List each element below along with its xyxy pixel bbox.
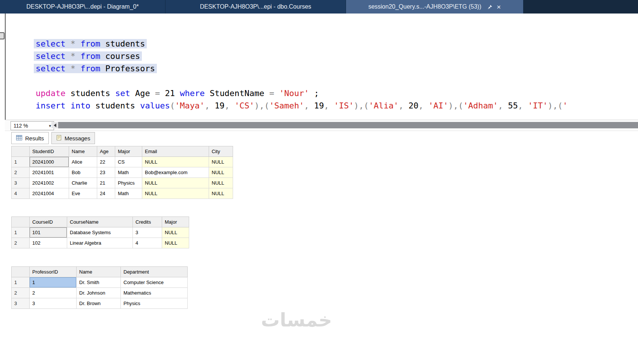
grid-cell[interactable]: NULL bbox=[162, 238, 189, 248]
column-header-courseid[interactable]: CourseID bbox=[30, 217, 67, 227]
grid-cell[interactable]: Charlie bbox=[69, 178, 97, 188]
chevron-down-icon: ▾ bbox=[49, 123, 51, 128]
grid-cell[interactable]: 20241000 bbox=[30, 157, 69, 167]
zoom-level-select[interactable]: 112 % ▾ bbox=[11, 121, 54, 130]
results-grid-container-professors: ProfessorIDNameDepartment11Dr. SmithComp… bbox=[11, 266, 188, 309]
column-header-city[interactable]: City bbox=[209, 146, 233, 157]
grid-corner[interactable] bbox=[12, 217, 30, 227]
scroll-left-arrow[interactable] bbox=[51, 122, 58, 128]
grid-row: 33Dr. BrownPhysics bbox=[12, 298, 188, 309]
grid-cell[interactable]: CS bbox=[115, 157, 142, 167]
query-editor[interactable]: select * from studentsselect * from cour… bbox=[5, 14, 638, 120]
results-grid-container-students: StudentIDNameAgeMajorEmailCity120241000A… bbox=[11, 146, 233, 199]
column-header-email[interactable]: Email bbox=[142, 146, 209, 157]
grid-cell[interactable]: Bob bbox=[69, 167, 97, 178]
column-header-professorid[interactable]: ProfessorID bbox=[30, 267, 77, 277]
grid-cell[interactable]: NULL bbox=[142, 178, 209, 188]
column-header-name[interactable]: Name bbox=[77, 267, 121, 277]
row-header[interactable]: 1 bbox=[12, 277, 30, 288]
grid-cell[interactable]: Alice bbox=[69, 157, 97, 167]
code-line bbox=[36, 75, 567, 87]
document-tab-bar: DESKTOP-AJH8O3P\...depi - Diagram_0* DES… bbox=[0, 0, 638, 14]
tab-messages[interactable]: Messages bbox=[51, 132, 95, 144]
grid-cell[interactable]: 22 bbox=[97, 157, 115, 167]
grid-cell[interactable]: Linear Algebra bbox=[67, 238, 133, 248]
khamsat-watermark: خمسات bbox=[250, 309, 343, 331]
grid-cell[interactable]: Physics bbox=[115, 178, 142, 188]
column-header-major[interactable]: Major bbox=[162, 217, 189, 227]
grid-cell[interactable]: Dr. Johnson bbox=[77, 288, 121, 298]
grid-row: 11Dr. SmithComputer Science bbox=[12, 277, 188, 288]
row-header[interactable]: 2 bbox=[12, 167, 30, 178]
grid-cell[interactable]: 24 bbox=[97, 188, 115, 199]
column-header-age[interactable]: Age bbox=[97, 146, 115, 157]
tab-label: DESKTOP-AJH8O3P\...epi - dbo.Courses bbox=[200, 3, 311, 10]
grid-row: 420241004Eve24MathNULLNULL bbox=[12, 188, 233, 199]
results-grid-professors: ProfessorIDNameDepartment11Dr. SmithComp… bbox=[11, 266, 188, 309]
horizontal-scrollbar[interactable] bbox=[51, 122, 638, 128]
tab-diagram[interactable]: DESKTOP-AJH8O3P\...depi - Diagram_0* bbox=[0, 0, 166, 14]
row-header[interactable]: 2 bbox=[12, 238, 30, 248]
column-header-coursename[interactable]: CourseName bbox=[67, 217, 133, 227]
row-header[interactable]: 1 bbox=[12, 227, 30, 238]
grid-cell[interactable]: NULL bbox=[209, 157, 233, 167]
editor-status-row: 112 % ▾ bbox=[5, 120, 638, 131]
grid-cell[interactable]: Dr. Smith bbox=[77, 277, 121, 288]
tab-results[interactable]: Results bbox=[11, 132, 49, 144]
grid-cell[interactable]: Physics bbox=[121, 298, 188, 309]
grid-cell[interactable]: 1 bbox=[30, 277, 77, 288]
grid-row: 220241001Bob23MathBob@example.comNULL bbox=[12, 167, 233, 178]
messages-icon bbox=[56, 135, 62, 141]
grid-cell[interactable]: 101 bbox=[30, 227, 67, 238]
row-header[interactable]: 4 bbox=[12, 188, 30, 199]
scrollbar-thumb[interactable] bbox=[58, 122, 638, 128]
grid-cell[interactable]: 20241002 bbox=[30, 178, 69, 188]
grid-cell[interactable]: 3 bbox=[30, 298, 77, 309]
pin-icon[interactable] bbox=[488, 5, 492, 9]
grid-cell[interactable]: Eve bbox=[69, 188, 97, 199]
grid-cell[interactable]: NULL bbox=[209, 167, 233, 178]
code-area: select * from studentsselect * from cour… bbox=[36, 38, 567, 112]
column-header-department[interactable]: Department bbox=[121, 267, 188, 277]
grid-cell[interactable]: NULL bbox=[142, 188, 209, 199]
results-grid-container-courses: CourseIDCourseNameCreditsMajor1101Databa… bbox=[11, 217, 189, 248]
tab-query-session20[interactable]: session20_Query.s...-AJH8O3P\ETG (53)) × bbox=[346, 0, 524, 14]
grid-cell[interactable]: 3 bbox=[133, 227, 162, 238]
grid-cell[interactable]: Math bbox=[115, 167, 142, 178]
column-header-studentid[interactable]: StudentID bbox=[30, 146, 69, 157]
grid-cell[interactable]: Computer Science bbox=[121, 277, 188, 288]
row-header[interactable]: 3 bbox=[12, 178, 30, 188]
grid-cell[interactable]: 20241004 bbox=[30, 188, 69, 199]
grid-row: 320241002Charlie21PhysicsNULLNULL bbox=[12, 178, 233, 188]
grid-cell[interactable]: NULL bbox=[209, 188, 233, 199]
close-icon[interactable]: × bbox=[497, 3, 501, 11]
row-header[interactable]: 1 bbox=[12, 157, 30, 167]
tab-label: DESKTOP-AJH8O3P\...depi - Diagram_0* bbox=[26, 3, 138, 10]
column-header-major[interactable]: Major bbox=[115, 146, 142, 157]
results-grid-students: StudentIDNameAgeMajorEmailCity120241000A… bbox=[11, 146, 233, 199]
grid-cell[interactable]: NULL bbox=[162, 227, 189, 238]
grid-row: 2102Linear Algebra4NULL bbox=[12, 238, 189, 248]
grid-cell[interactable]: Mathematics bbox=[121, 288, 188, 298]
grid-cell[interactable]: 21 bbox=[97, 178, 115, 188]
grid-cell[interactable]: 23 bbox=[97, 167, 115, 178]
row-header[interactable]: 2 bbox=[12, 288, 30, 298]
grid-cell[interactable]: 4 bbox=[133, 238, 162, 248]
tab-dbo-courses[interactable]: DESKTOP-AJH8O3P\...epi - dbo.Courses bbox=[166, 0, 346, 14]
grid-cell[interactable]: Bob@example.com bbox=[142, 167, 209, 178]
grid-cell[interactable]: Database Systems bbox=[67, 227, 133, 238]
code-line: select * from Professors bbox=[36, 62, 567, 75]
results-tab-label: Results bbox=[25, 135, 44, 141]
column-header-credits[interactable]: Credits bbox=[133, 217, 162, 227]
grid-cell[interactable]: NULL bbox=[142, 157, 209, 167]
grid-corner[interactable] bbox=[12, 267, 30, 277]
row-header[interactable]: 3 bbox=[12, 298, 30, 309]
grid-corner[interactable] bbox=[12, 146, 30, 157]
grid-cell[interactable]: 102 bbox=[30, 238, 67, 248]
column-header-name[interactable]: Name bbox=[69, 146, 97, 157]
grid-cell[interactable]: Dr. Brown bbox=[77, 298, 121, 309]
grid-cell[interactable]: 20241001 bbox=[30, 167, 69, 178]
grid-cell[interactable]: 2 bbox=[30, 288, 77, 298]
grid-cell[interactable]: Math bbox=[115, 188, 142, 199]
grid-cell[interactable]: NULL bbox=[209, 178, 233, 188]
